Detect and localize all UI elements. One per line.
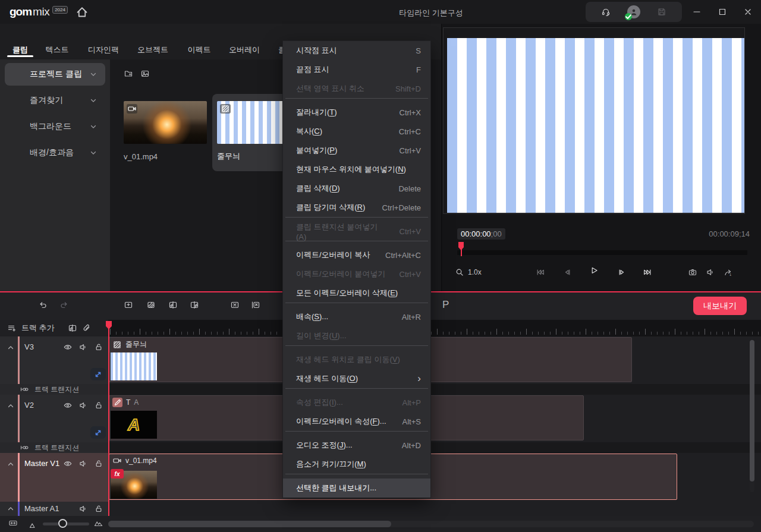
undo-button[interactable]: [38, 300, 48, 311]
ribbon-tab[interactable]: 이펙트: [182, 24, 216, 59]
add-media-icon[interactable]: [140, 69, 150, 78]
sidebar-item[interactable]: 즐겨찾기: [5, 89, 105, 112]
transition-header[interactable]: 트랙 트랜지션: [0, 442, 108, 453]
context-menu-item[interactable]: 속성 편집(I)... Alt+P: [283, 393, 430, 412]
ribbon-tab[interactable]: 오버레이: [224, 24, 265, 59]
overwrite-clip-button[interactable]: [146, 300, 156, 311]
prev-frame-button[interactable]: [563, 267, 573, 277]
context-menu-item[interactable]: 모든 이펙트/오버레이 삭제(E): [283, 284, 430, 303]
skip-start-button[interactable]: [536, 267, 545, 277]
context-menu-item[interactable]: 끝점 표시 F: [283, 60, 430, 79]
transition-lane[interactable]: [109, 442, 761, 453]
chevron-down-icon[interactable]: [89, 96, 98, 105]
context-menu-item[interactable]: 클립 트랜지션 붙여넣기(A) Ctrl+V: [283, 222, 430, 241]
track-header-master-v1[interactable]: Master V1: [0, 453, 108, 502]
avatar[interactable]: [627, 5, 640, 18]
visibility-icon[interactable]: [63, 401, 73, 410]
delete-clip-button[interactable]: [230, 300, 240, 311]
track-v3-lane[interactable]: 줄무늬: [109, 336, 761, 384]
context-menu-item[interactable]: 음소거 켜기/끄기(M): [283, 455, 430, 474]
minimize-button[interactable]: [684, 0, 709, 24]
visibility-icon[interactable]: [63, 342, 73, 352]
vertical-scrollbar[interactable]: [750, 340, 754, 492]
marker-tool[interactable]: P: [442, 299, 449, 311]
sidebar-item[interactable]: 프로젝트 클립: [5, 63, 105, 86]
mute-icon[interactable]: [78, 401, 88, 410]
send-frame-button[interactable]: 1: [724, 267, 733, 277]
collapse-icon[interactable]: [6, 401, 15, 411]
visibility-icon[interactable]: [63, 459, 73, 468]
context-menu-item[interactable]: 재생 헤드 이동(O) ›: [283, 369, 430, 388]
snap-magnet-icon[interactable]: [82, 323, 92, 333]
preview-zoom[interactable]: 1.0x: [455, 267, 482, 277]
split-right-button[interactable]: [190, 300, 199, 311]
ripple-delete-button[interactable]: [251, 300, 260, 311]
collapse-icon[interactable]: [6, 459, 15, 469]
chevron-down-icon[interactable]: [89, 148, 98, 158]
context-menu-item[interactable]: 오디오 조정(J)... Alt+D: [283, 436, 430, 455]
snapshot-button[interactable]: [688, 267, 697, 277]
transition-header[interactable]: 트랙 트랜지션: [0, 384, 108, 395]
track-ma1-lane[interactable]: [109, 502, 761, 516]
redo-button[interactable]: [59, 300, 69, 311]
ribbon-tab[interactable]: 클립: [3, 24, 37, 59]
add-track-icon[interactable]: [7, 323, 17, 333]
track-header-master-a1[interactable]: Master A1: [0, 502, 108, 516]
lock-icon[interactable]: [94, 459, 103, 468]
play-button[interactable]: [589, 266, 599, 275]
insert-clip-button[interactable]: [124, 300, 133, 311]
save-icon[interactable]: [657, 7, 666, 17]
track-motion-button[interactable]: [90, 368, 106, 380]
context-menu-item[interactable]: 이펙트/오버레이 속성(F)... Alt+S: [283, 412, 430, 431]
seek-bar[interactable]: [457, 250, 747, 255]
context-menu-item[interactable]: 복사(C) Ctrl+C: [283, 122, 430, 141]
mute-icon[interactable]: [78, 504, 88, 514]
context-menu-item[interactable]: 선택한 클립 내보내기...: [283, 479, 430, 498]
support-icon[interactable]: [601, 7, 611, 17]
context-menu-item[interactable]: 클립 삭제(D) Delete: [283, 179, 430, 198]
context-menu-item[interactable]: 현재 마우스 위치에 붙여넣기(N): [283, 160, 430, 179]
chevron-down-icon[interactable]: [89, 70, 98, 79]
context-menu-item[interactable]: 길이 변경(U)...: [283, 326, 430, 345]
sidebar-item[interactable]: 백그라운드: [5, 115, 105, 138]
collapse-icon[interactable]: [6, 504, 15, 514]
volume-button[interactable]: [706, 267, 715, 277]
media-card-v01[interactable]: v_01.mp4: [124, 101, 207, 161]
ribbon-tab[interactable]: 오브젝트: [132, 24, 174, 59]
track-v2-lane[interactable]: T A A: [109, 395, 761, 442]
vertical-scrollbar-thumb[interactable]: [750, 340, 754, 481]
context-menu-item[interactable]: 이펙트/오버레이 복사 Ctrl+Alt+C: [283, 245, 430, 265]
context-menu-item[interactable]: 선택 영역 표시 취소 Shift+D: [283, 79, 430, 98]
context-menu-item[interactable]: 이펙트/오버레이 붙여넣기 Ctrl+V: [283, 265, 430, 284]
mute-icon[interactable]: [78, 459, 88, 468]
context-menu-item[interactable]: 클립 당기며 삭제(R) Ctrl+Delete: [283, 198, 430, 217]
maximize-button[interactable]: [709, 0, 735, 24]
ribbon-tab[interactable]: 디자인팩: [83, 24, 124, 59]
track-motion-button[interactable]: [90, 426, 106, 439]
track-header-v2[interactable]: V2: [0, 395, 108, 442]
lock-icon[interactable]: [94, 401, 103, 410]
lock-icon[interactable]: [94, 342, 103, 352]
time-ruler[interactable]: [108, 320, 761, 336]
sidebar-item[interactable]: 배경/효과음: [5, 141, 105, 164]
context-menu-item[interactable]: 붙여넣기(P) Ctrl+V: [283, 141, 430, 160]
track-header-v3[interactable]: V3: [0, 336, 108, 384]
skip-end-button[interactable]: [643, 267, 652, 277]
context-menu-item[interactable]: 배속(S)... Alt+R: [283, 307, 430, 326]
close-button[interactable]: [735, 0, 760, 24]
fit-width-button[interactable]: [8, 518, 18, 530]
context-menu-item[interactable]: 시작점 표시 S: [283, 41, 430, 60]
playhead-line[interactable]: [108, 321, 109, 516]
context-menu-item[interactable]: 재생 헤드 위치로 클립 이동(V): [283, 350, 430, 369]
lock-icon[interactable]: [94, 504, 103, 514]
next-frame-button[interactable]: [617, 267, 626, 277]
ribbon-tab[interactable]: 텍스트: [40, 24, 74, 59]
zoom-in-icon[interactable]: [94, 518, 103, 530]
zoom-out-icon[interactable]: [29, 520, 38, 531]
context-menu-item[interactable]: 잘라내기(T) Ctrl+X: [283, 103, 430, 122]
chevron-down-icon[interactable]: [89, 122, 98, 131]
collapse-icon[interactable]: [6, 343, 15, 352]
timeline-zoom-handle[interactable]: [58, 519, 67, 528]
home-icon[interactable]: [75, 5, 89, 19]
export-button[interactable]: 내보내기: [693, 297, 747, 315]
